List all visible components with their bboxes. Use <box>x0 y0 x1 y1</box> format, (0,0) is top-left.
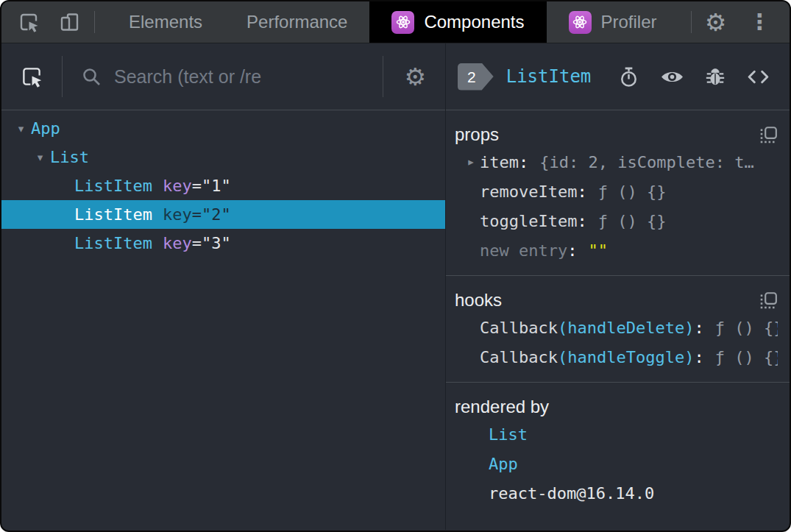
new-entry-label: new entry <box>480 241 567 260</box>
devtools-tab-bar: Elements Performance Components <box>1 1 790 43</box>
key-attr-name: key <box>163 205 192 224</box>
expander-icon[interactable]: ▾ <box>11 122 31 135</box>
tree-toolbar: ⚙ <box>1 43 445 110</box>
prop-value: ƒ () {} <box>598 212 667 230</box>
tab-elements-label: Elements <box>129 12 202 32</box>
owner-link-list[interactable]: List <box>455 419 778 449</box>
hooks-section: hooks Callb <box>446 276 790 383</box>
tab-profiler[interactable]: Profiler <box>547 1 679 43</box>
prop-row-removeitem[interactable]: removeItem: ƒ () {} <box>455 177 778 206</box>
renderer-version-label: react-dom@16.14.0 <box>455 478 778 508</box>
colon: : <box>694 319 703 337</box>
tree-settings-gear-icon[interactable]: ⚙ <box>404 65 426 89</box>
prop-name: item <box>480 153 519 171</box>
hook-value: ƒ () {} <box>715 319 778 337</box>
toolbar-separator <box>691 11 692 33</box>
more-options-kebab-icon[interactable]: ⋮ <box>748 10 773 35</box>
prop-name: toggleItem <box>480 212 577 230</box>
owner-link-app[interactable]: App <box>455 449 778 478</box>
tab-components-label: Components <box>424 12 524 32</box>
prop-name: removeItem <box>480 182 577 201</box>
tree-row-list[interactable]: ▾ List <box>1 143 445 171</box>
new-entry-value[interactable]: "" <box>588 241 608 260</box>
colon: : <box>577 182 586 201</box>
key-attr-name: key <box>163 234 192 252</box>
tree-row-app[interactable]: ▾ App <box>1 114 445 143</box>
devtools-body: ⚙ ▾ App ▾ List ListItem key ="1" ListIte… <box>1 43 790 530</box>
toolbar-separator <box>383 56 383 97</box>
key-attr-name: key <box>163 177 192 195</box>
prop-row-item[interactable]: ▸ item: {id: 2, isComplete: t… <box>455 147 778 177</box>
hook-name: Callback <box>480 319 558 337</box>
prop-value: {id: 2, isComplete: t… <box>539 153 753 171</box>
debug-bug-icon[interactable] <box>704 65 726 88</box>
search-icon <box>80 65 102 88</box>
pick-component-icon[interactable] <box>19 64 44 89</box>
rendered-by-section: rendered by List App react-dom@16.14.0 <box>446 383 790 530</box>
component-name: List <box>50 148 89 166</box>
device-toolbar-icon[interactable] <box>57 10 82 35</box>
component-name: App <box>31 119 60 138</box>
tab-elements[interactable]: Elements <box>107 1 224 43</box>
react-devtools-window: Elements Performance Components <box>0 0 791 532</box>
colon: : <box>577 212 586 230</box>
prop-row-new-entry[interactable]: new entry: "" <box>455 235 778 265</box>
key-attr-value: ="1" <box>192 177 231 195</box>
react-logo-icon <box>391 11 414 34</box>
owner-index-badge: 2 <box>458 63 494 91</box>
tab-performance-label: Performance <box>246 12 347 32</box>
rendered-by-title: rendered by <box>455 397 549 417</box>
props-title: props <box>455 124 499 145</box>
toolbar-separator <box>94 11 95 33</box>
hook-value: ƒ () {} <box>715 348 778 366</box>
tab-performance[interactable]: Performance <box>224 1 369 43</box>
expander-icon[interactable]: ▾ <box>30 151 50 164</box>
hook-name: Callback <box>480 348 558 366</box>
search-input[interactable] <box>114 66 365 88</box>
components-tree-panel: ⚙ ▾ App ▾ List ListItem key ="1" ListIte… <box>1 43 445 530</box>
copy-props-icon[interactable] <box>759 125 778 144</box>
tree-row-listitem-2-selected[interactable]: ListItem key ="2" <box>1 200 445 229</box>
tree-row-listitem-1[interactable]: ListItem key ="1" <box>1 171 445 200</box>
key-attr-value: ="3" <box>192 234 231 252</box>
inspect-element-icon[interactable] <box>16 10 41 35</box>
suspend-stopwatch-icon[interactable] <box>617 65 640 88</box>
tab-profiler-label: Profiler <box>601 12 657 32</box>
prop-row-toggleitem[interactable]: toggleItem: ƒ () {} <box>455 206 778 235</box>
tab-components[interactable]: Components <box>369 1 546 43</box>
inspect-dom-eye-icon[interactable] <box>660 65 684 89</box>
selected-component-name: ListItem <box>506 66 617 87</box>
colon: : <box>694 348 703 366</box>
colon: : <box>567 241 577 260</box>
tree-row-listitem-3[interactable]: ListItem key ="3" <box>1 229 445 258</box>
component-name: ListItem <box>74 234 152 252</box>
react-logo-icon <box>569 11 592 34</box>
expander-icon[interactable]: ▸ <box>462 155 480 169</box>
view-source-code-icon[interactable] <box>746 65 770 89</box>
colon: : <box>519 153 528 171</box>
hook-arg: (handleToggle) <box>558 348 694 366</box>
component-name: ListItem <box>74 177 152 195</box>
hook-row-handletoggle[interactable]: Callback(handleToggle): ƒ () {} <box>455 342 778 372</box>
props-section: props ▸ <box>446 110 790 276</box>
hook-arg: (handleDelete) <box>558 319 694 337</box>
settings-gear-icon[interactable]: ⚙ <box>703 10 728 35</box>
key-attr-value: ="2" <box>192 205 231 224</box>
component-name: ListItem <box>74 205 152 224</box>
toolbar-separator <box>62 56 63 97</box>
inspector-actions <box>617 65 770 89</box>
component-inspector-panel: 2 ListItem <box>446 43 790 530</box>
inspector-header: 2 ListItem <box>446 43 790 110</box>
copy-hooks-icon[interactable] <box>759 291 778 310</box>
hook-row-handledelete[interactable]: Callback(handleDelete): ƒ () {} <box>455 313 778 342</box>
prop-value: ƒ () {} <box>598 182 667 201</box>
search-box <box>80 65 365 88</box>
hooks-title: hooks <box>455 290 502 311</box>
component-tree: ▾ App ▾ List ListItem key ="1" ListItem … <box>1 110 445 258</box>
